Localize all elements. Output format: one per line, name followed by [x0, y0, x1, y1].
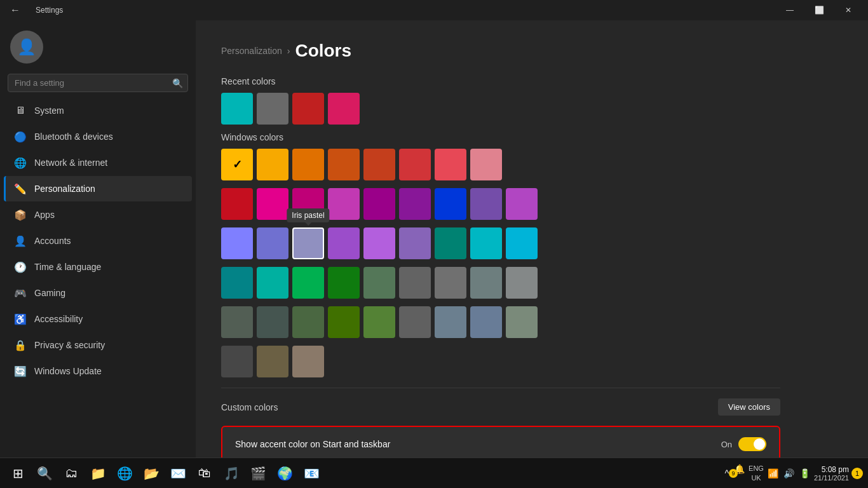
sidebar-item-accounts[interactable]: 👤Accounts — [4, 228, 192, 254]
windows-color-lavender[interactable] — [257, 227, 288, 259]
windows-color-dark-orchid[interactable] — [363, 188, 395, 220]
search-icon[interactable]: 🔍 — [172, 78, 183, 88]
windows-color-iris-pastel[interactable]: Iris pastel — [292, 227, 324, 259]
recent-color-1[interactable] — [257, 93, 288, 125]
notification-icon[interactable]: 🔔9 — [733, 463, 746, 484]
windows-color-iris-spring[interactable] — [328, 227, 360, 259]
taskbar-browser-edge[interactable]: 🌐 — [112, 461, 137, 486]
taskbar-search[interactable]: 🔍 — [32, 461, 57, 486]
minimize-button[interactable]: — — [775, 0, 804, 20]
sidebar-item-personalization[interactable]: ✏️Personalization — [4, 176, 192, 201]
sidebar-item-privacy[interactable]: 🔒Privacy & security — [4, 332, 192, 358]
windows-color-sage[interactable] — [292, 267, 324, 299]
taskbar-outlook[interactable]: 📧 — [299, 461, 324, 486]
windows-color-forest[interactable] — [328, 267, 360, 299]
windows-color-row: Iris pastel — [221, 227, 780, 259]
sidebar-item-time[interactable]: 🕐Time & language — [4, 254, 192, 280]
windows-color-brick-red[interactable] — [328, 149, 360, 180]
windows-color-silver[interactable] — [470, 267, 502, 299]
taskbar-netflix[interactable]: 🎬 — [245, 461, 271, 486]
windows-color-red[interactable] — [221, 188, 253, 220]
view-colors-button[interactable]: View colors — [718, 398, 780, 416]
windows-color-pale-purple[interactable] — [470, 188, 502, 220]
taskbar-start[interactable]: ⊞ — [5, 461, 31, 486]
toggle-switch-0[interactable] — [738, 437, 766, 451]
windows-color-violet[interactable] — [399, 227, 431, 259]
windows-color-khaki[interactable] — [292, 346, 324, 377]
sidebar-item-apps[interactable]: 📦Apps — [4, 202, 192, 227]
taskbar-chrome[interactable]: 🌍 — [272, 461, 297, 486]
windows-color-graphite[interactable] — [221, 346, 253, 377]
windows-color-periwinkle[interactable] — [221, 227, 253, 259]
windows-color-sky[interactable] — [506, 227, 538, 259]
windows-color-royal-blue[interactable] — [435, 188, 466, 220]
recent-color-3[interactable] — [328, 93, 360, 125]
sidebar-item-bluetooth[interactable]: 🔵Bluetooth & devices — [4, 124, 192, 149]
windows-color-mod-red[interactable] — [363, 149, 395, 180]
windows-color-sage-2[interactable] — [506, 267, 538, 299]
sidebar-item-accessibility[interactable]: ♿Accessibility — [4, 306, 192, 332]
windows-color-moss[interactable] — [363, 306, 395, 338]
windows-color-light-purple[interactable] — [506, 188, 538, 220]
content-inner: Personalization › Colors Recent colors W… — [196, 20, 806, 458]
taskbar-file-explorer[interactable]: 📁 — [85, 461, 111, 486]
maximize-button[interactable]: ⬜ — [804, 0, 834, 20]
taskbar-music[interactable]: 🎵 — [219, 461, 244, 486]
taskbar-mail[interactable]: ✉️ — [165, 461, 191, 486]
windows-color-teal[interactable] — [257, 267, 288, 299]
windows-color-camouflage[interactable] — [506, 306, 538, 338]
language-indicator[interactable]: ENGUK — [749, 464, 764, 482]
breadcrumb: Personalization › Colors — [221, 41, 780, 61]
windows-color-storm[interactable] — [399, 267, 431, 299]
wifi-icon[interactable]: 📶 — [766, 467, 780, 480]
windows-color-desert[interactable] — [257, 346, 288, 377]
windows-color-steel[interactable] — [470, 306, 502, 338]
windows-color-green[interactable] — [328, 306, 360, 338]
windows-color-purple-shadow[interactable] — [399, 188, 431, 220]
windows-color-row — [221, 188, 780, 220]
windows-color-gold-2[interactable] — [257, 149, 288, 180]
windows-color-gold[interactable] — [221, 149, 253, 180]
personalization-icon: ✏️ — [14, 182, 27, 195]
sidebar-item-network[interactable]: 🌐Network & internet — [4, 150, 192, 175]
recent-color-0[interactable] — [221, 93, 253, 125]
windows-color-seafoam-teal[interactable] — [435, 227, 466, 259]
sidebar-item-system[interactable]: 🖥System — [4, 98, 192, 123]
notifications-panel-icon[interactable]: 1 — [851, 468, 863, 479]
windows-color-hot-pink[interactable] — [257, 188, 288, 220]
clock[interactable]: 5:08 pm 21/11/2021 — [814, 465, 849, 482]
windows-color-seafoam-green[interactable] — [363, 267, 395, 299]
close-button[interactable]: ✕ — [834, 0, 863, 20]
windows-color-meadow[interactable] — [221, 306, 253, 338]
breadcrumb-parent[interactable]: Personalization — [221, 46, 282, 56]
volume-icon[interactable]: 🔊 — [782, 467, 796, 480]
windows-color-rust[interactable] — [399, 149, 431, 180]
sidebar-item-gaming[interactable]: 🎮Gaming — [4, 280, 192, 306]
windows-color-plum[interactable] — [328, 188, 360, 220]
avatar[interactable]: 👤 — [10, 30, 43, 64]
custom-colors-row: Custom colors View colors — [221, 398, 780, 416]
windows-color-pale-rust[interactable] — [435, 149, 466, 180]
sidebar-item-update[interactable]: 🔄Windows Update — [4, 358, 192, 384]
taskbar-store[interactable]: 🛍 — [192, 461, 217, 486]
taskbar-task-view[interactable]: 🗂 — [58, 461, 84, 486]
windows-color-purple[interactable] — [363, 227, 395, 259]
windows-color-sage-3[interactable] — [292, 306, 324, 338]
windows-color-orchid[interactable] — [292, 188, 324, 220]
back-button[interactable]: ← — [5, 2, 25, 18]
windows-color-cool-blue-bright[interactable] — [221, 267, 253, 299]
search-input[interactable] — [8, 74, 188, 92]
windows-color-gray-blue[interactable] — [435, 306, 466, 338]
windows-color-seafoam[interactable] — [470, 227, 502, 259]
apps-icon: 📦 — [14, 208, 27, 221]
accounts-label: Accounts — [34, 236, 71, 246]
battery-icon[interactable]: 🔋 — [798, 467, 811, 480]
windows-color-dark-orange[interactable] — [292, 149, 324, 180]
accessibility-label: Accessibility — [34, 314, 83, 324]
recent-color-2[interactable] — [292, 93, 324, 125]
taskbar-files[interactable]: 📂 — [139, 461, 164, 486]
windows-color-storm-2[interactable] — [257, 306, 288, 338]
windows-color-smoke[interactable] — [435, 267, 466, 299]
windows-color-cameo-pink[interactable] — [470, 149, 502, 180]
windows-color-gray[interactable] — [399, 306, 431, 338]
